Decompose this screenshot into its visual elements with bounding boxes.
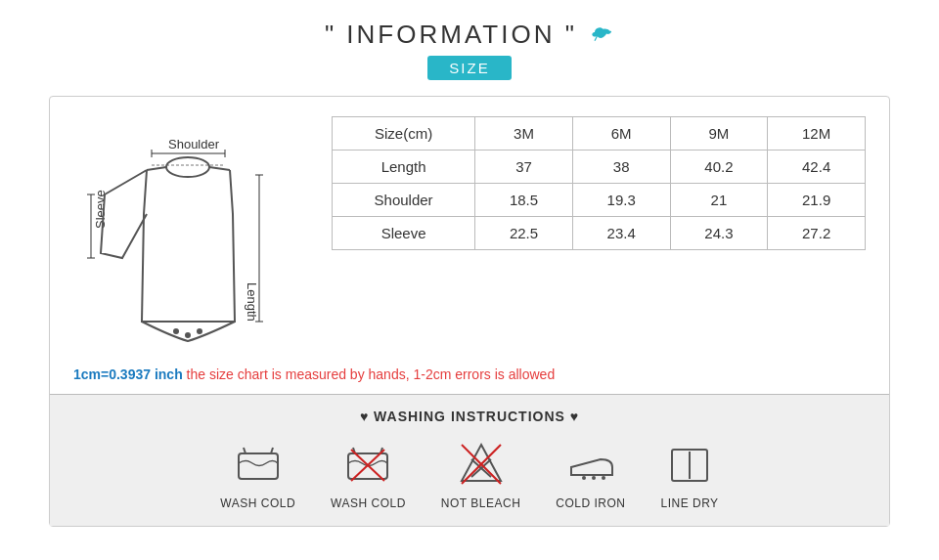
garment-diagram: Shoulder Sleeve Length <box>73 116 308 355</box>
wash-cold-1-item: WASH COLD <box>220 440 295 510</box>
cold-iron-icon <box>566 440 615 489</box>
size-note: 1cm=0.3937 inch the size chart is measur… <box>73 366 866 382</box>
svg-line-14 <box>209 167 230 170</box>
not-bleach-label: NOT BLEACH <box>441 496 520 510</box>
cold-iron-item: COLD IRON <box>556 440 625 510</box>
wash-cold-2-label: WASH COLD <box>331 496 406 510</box>
wash-cold-2-item: WASH COLD <box>331 440 406 510</box>
table-row: Length 37 38 40.2 42.4 <box>333 151 866 184</box>
size-table: Size(cm) 3M 6M 9M 12M Length 37 38 40.2 … <box>332 116 866 250</box>
col-header-size: Size(cm) <box>333 117 475 151</box>
svg-point-12 <box>166 157 209 177</box>
svg-text:Length: Length <box>245 282 259 322</box>
not-bleach-icon <box>457 440 506 489</box>
washing-title: ♥ WASHING INSTRUCTIONS ♥ <box>50 409 889 424</box>
main-card: Shoulder Sleeve Length <box>49 96 890 527</box>
svg-point-34 <box>602 476 605 480</box>
not-bleach-item: NOT BLEACH <box>441 440 520 510</box>
bird-icon <box>591 24 614 48</box>
svg-point-33 <box>592 476 596 480</box>
washing-section: ♥ WASHING INSTRUCTIONS ♥ WASH COLD <box>50 394 889 526</box>
svg-point-16 <box>185 332 191 338</box>
line-dry-item: LINE DRY <box>660 440 718 510</box>
wash-cold-icon-1 <box>234 440 283 489</box>
size-badge: SIZE <box>427 56 511 80</box>
table-row: Shoulder 18.5 19.3 21 21.9 <box>333 184 866 217</box>
table-row: Sleeve 22.5 23.4 24.3 27.2 <box>333 217 866 250</box>
wash-cold-1-label: WASH COLD <box>220 496 295 510</box>
wash-cold-icon-2 <box>343 440 392 489</box>
svg-line-13 <box>147 167 166 170</box>
col-header-6m: 6M <box>572 117 670 151</box>
note-red: the size chart is measured by hands, 1-2… <box>183 366 556 382</box>
page-title: " INFORMATION " <box>325 20 614 50</box>
line-dry-label: LINE DRY <box>660 496 718 510</box>
col-header-9m: 9M <box>670 117 768 151</box>
title-text: " INFORMATION " <box>325 20 577 49</box>
col-header-12m: 12M <box>768 117 866 151</box>
washing-icons-row: WASH COLD WASH COLD <box>50 440 889 510</box>
svg-point-17 <box>197 328 202 334</box>
svg-point-32 <box>582 476 586 480</box>
svg-text:Shoulder: Shoulder <box>168 137 220 151</box>
line-dry-icon <box>665 440 714 489</box>
note-blue: 1cm=0.3937 inch <box>73 366 183 382</box>
svg-point-15 <box>173 328 179 334</box>
cold-iron-label: COLD IRON <box>556 496 625 510</box>
col-header-3m: 3M <box>475 117 573 151</box>
